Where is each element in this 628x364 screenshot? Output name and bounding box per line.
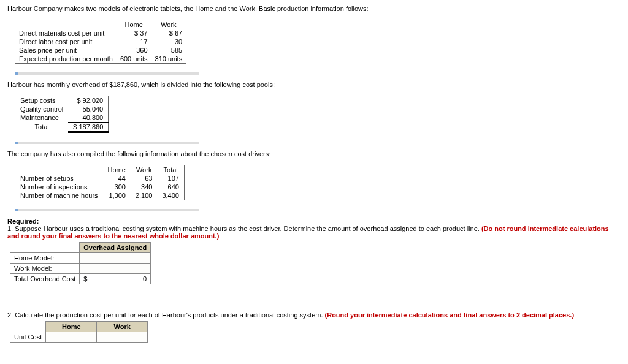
row-label: Number of inspections (15, 183, 103, 191)
drivers-intro: The company has also compiled the follow… (7, 150, 621, 157)
row-label: Unit Cost (10, 332, 46, 343)
row-label: Work Model: (10, 264, 80, 274)
col-work: Work (97, 322, 148, 332)
row-label: Setup costs (15, 96, 69, 105)
cell: $ 37 (117, 29, 151, 37)
cost-pools-table: Setup costs $ 92,020 Quality control 55,… (15, 96, 109, 133)
row-label: Direct labor cost per unit (15, 37, 117, 46)
cell: 1,300 (103, 191, 131, 200)
cell: 17 (117, 37, 151, 46)
cell: 30 (151, 37, 186, 46)
work-unit-cost-input[interactable] (97, 332, 148, 343)
row-label: Number of setups (15, 174, 103, 183)
cell: $ 92,020 (68, 96, 108, 105)
col-home: Home (117, 20, 151, 29)
question-1: 1. Suppose Harbour uses a traditional co… (7, 225, 621, 240)
total-overhead-cell: $ 0 (80, 274, 151, 284)
cell: 640 (157, 183, 184, 191)
row-label: Number of machine hours (15, 191, 103, 200)
q2-text: 2. Calculate the production cost per uni… (7, 311, 325, 319)
col: Total (157, 165, 184, 175)
total-amount: $ 187,860 (68, 123, 108, 132)
cell: 44 (103, 174, 131, 183)
work-overhead-input[interactable] (80, 264, 151, 274)
cell: $ 67 (151, 29, 186, 37)
unit-cost-table: Home Work Unit Cost (10, 321, 148, 343)
cell: 107 (157, 174, 184, 183)
row-label: Total Overhead Cost (10, 274, 80, 284)
cell: 55,040 (68, 105, 108, 113)
row-label: Home Model: (10, 253, 80, 264)
col-work: Work (151, 20, 186, 29)
cell: 600 units (117, 55, 151, 64)
home-overhead-input[interactable] (80, 253, 151, 264)
total-overhead-value: 0 (143, 275, 147, 282)
row-label: Sales price per unit (15, 46, 117, 55)
cell: 40,800 (68, 113, 108, 123)
question-2: 2. Calculate the production cost per uni… (7, 311, 621, 319)
cell: 2,100 (131, 191, 158, 200)
row-label: Maintenance (15, 113, 69, 123)
drivers-table: Home Work Total Number of setups 44 63 1… (15, 165, 185, 200)
row-label: Direct materials cost per unit (15, 29, 117, 37)
intro-text: Harbour Company makes two models of elec… (7, 5, 621, 12)
q2-note: (Round your intermediate calculations an… (325, 311, 575, 319)
row-label: Quality control (15, 105, 69, 113)
overhead-intro: Harbour has monthly overhead of $187,860… (7, 81, 621, 88)
home-unit-cost-input[interactable] (46, 332, 97, 343)
col: Work (131, 165, 158, 175)
dollar-sign: $ (83, 275, 87, 282)
scroll-indicator (15, 209, 199, 211)
col: Home (103, 165, 131, 175)
total-label: Total (15, 123, 69, 132)
cell: 3,400 (157, 191, 184, 200)
required-label: Required: (7, 218, 621, 225)
q1-text: 1. Suppose Harbour uses a traditional co… (7, 225, 481, 232)
overhead-assigned-table: Overhead Assigned Home Model: Work Model… (10, 242, 151, 284)
row-label: Expected production per month (15, 55, 117, 64)
overhead-assigned-header: Overhead Assigned (80, 243, 151, 253)
scroll-indicator (15, 142, 199, 144)
cell: 63 (131, 174, 158, 183)
cell: 585 (151, 46, 186, 55)
scroll-indicator (15, 72, 199, 75)
cell: 360 (117, 46, 151, 55)
col-home: Home (46, 322, 97, 332)
cell: 340 (131, 183, 158, 191)
cell: 300 (103, 183, 131, 191)
cell: 310 units (151, 55, 186, 64)
production-table: Home Work Direct materials cost per unit… (15, 20, 186, 64)
